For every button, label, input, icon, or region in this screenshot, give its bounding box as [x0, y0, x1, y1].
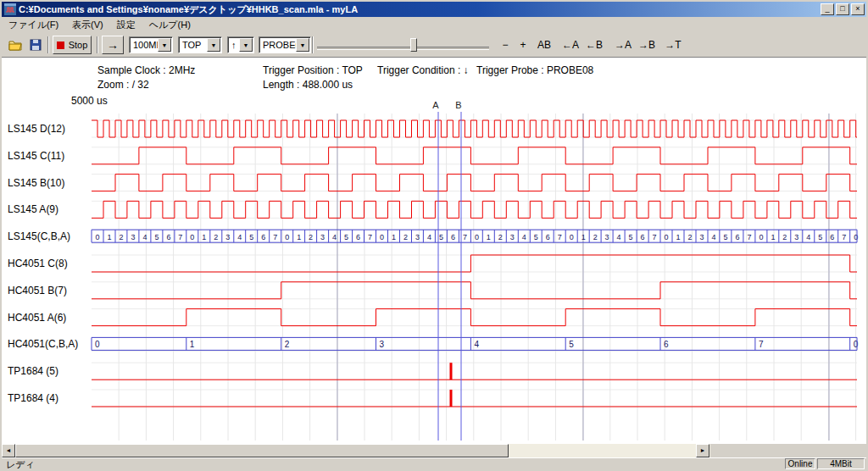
stop-button[interactable]: Stop [53, 36, 92, 54]
status-memory: 4MBit [817, 458, 865, 469]
trigger-position-info: Trigger Position : TOP [263, 64, 363, 76]
svg-text:3: 3 [131, 233, 135, 241]
svg-text:5: 5 [154, 233, 159, 241]
goto-b-right-button[interactable]: →B [636, 37, 658, 53]
goto-a-right-button[interactable]: →A [612, 37, 634, 53]
horizontal-scrollbar[interactable]: ◄ ► [2, 444, 710, 457]
status-ready-text: レディ [6, 458, 35, 471]
trigger-edge-select[interactable]: ↑ ▼ [227, 36, 254, 53]
zoom-in-button[interactable]: + [515, 37, 531, 53]
svg-text:0: 0 [285, 233, 289, 241]
app-icon [4, 3, 16, 15]
minimize-button[interactable]: _ [821, 3, 834, 15]
svg-text:1: 1 [190, 340, 195, 349]
stop-label: Stop [69, 40, 88, 50]
svg-text:1: 1 [107, 233, 111, 241]
sample-clock-info: Sample Clock : 2MHz [97, 64, 195, 76]
dropdown-arrow-icon[interactable]: ▼ [296, 38, 309, 52]
svg-text:7: 7 [368, 233, 372, 241]
svg-text:5: 5 [439, 233, 443, 241]
svg-text:2: 2 [782, 233, 787, 241]
svg-text:5: 5 [629, 233, 633, 241]
svg-text:4: 4 [711, 233, 715, 241]
channel-label: HC4051 C(8) [8, 257, 68, 270]
scroll-left-icon[interactable]: ◄ [2, 444, 15, 457]
channel-label: LS145(C,B,A) [8, 230, 70, 243]
channel-label: HC4051(C,B,A) [8, 337, 78, 351]
svg-text:6: 6 [735, 233, 739, 241]
sample-clock-select[interactable]: 100MHz ▼ [129, 36, 173, 53]
svg-text:3: 3 [320, 233, 325, 241]
scroll-thumb[interactable] [15, 444, 509, 457]
channel-label: HC4051 A(6) [8, 311, 66, 324]
toolbar: Stop → 100MHz ▼ TOP ▼ ↑ ▼ PROBE00 ▼ − + … [2, 32, 866, 58]
waveform-canvas[interactable]: 0123456701234567012345670123456701234567… [2, 58, 866, 444]
svg-text:2: 2 [498, 233, 503, 241]
svg-text:2: 2 [403, 233, 408, 241]
zoom-info: Zoom : / 32 [97, 79, 149, 91]
svg-text:5: 5 [569, 340, 574, 349]
svg-text:1: 1 [771, 233, 775, 241]
run-button[interactable]: → [102, 36, 124, 54]
svg-text:2: 2 [593, 233, 598, 241]
svg-text:4: 4 [142, 233, 147, 241]
toolbar-separator [97, 36, 98, 53]
svg-text:2: 2 [119, 233, 123, 241]
svg-text:4: 4 [474, 340, 479, 349]
dropdown-arrow-icon[interactable]: ▼ [239, 38, 253, 52]
status-bar: レディ Online 4MBit [2, 457, 866, 469]
svg-text:3: 3 [605, 233, 609, 241]
dropdown-arrow-icon[interactable]: ▼ [207, 38, 220, 52]
svg-text:2: 2 [285, 340, 290, 349]
svg-text:6: 6 [830, 233, 834, 241]
svg-text:3: 3 [225, 233, 230, 241]
save-button[interactable] [26, 36, 45, 54]
svg-text:A: A [432, 100, 439, 110]
menu-help[interactable]: ヘルプ(H) [142, 17, 198, 33]
svg-text:3: 3 [510, 233, 515, 241]
svg-text:6: 6 [664, 340, 669, 349]
open-folder-icon [8, 40, 22, 51]
trigger-position-select[interactable]: TOP ▼ [178, 36, 222, 53]
svg-text:5: 5 [344, 233, 348, 241]
length-info: Length : 488.000 us [263, 79, 353, 91]
svg-text:2: 2 [309, 233, 313, 241]
goto-b-left-button[interactable]: ←B [583, 37, 605, 53]
menu-settings[interactable]: 設定 [110, 17, 142, 33]
ab-button[interactable]: AB [534, 37, 554, 53]
scroll-right-icon[interactable]: ► [696, 444, 709, 457]
svg-text:6: 6 [546, 233, 550, 241]
probe-select[interactable]: PROBE00 ▼ [259, 36, 311, 53]
channel-label: LS145 D(12) [8, 122, 65, 136]
svg-text:4: 4 [617, 233, 621, 241]
svg-text:6: 6 [451, 233, 455, 241]
zoom-slider-thumb[interactable] [410, 38, 417, 52]
svg-text:4: 4 [522, 233, 526, 241]
svg-text:0: 0 [95, 233, 99, 241]
close-button[interactable]: × [851, 3, 865, 15]
maximize-button[interactable]: □ [836, 3, 849, 15]
goto-a-left-button[interactable]: ←A [559, 37, 581, 53]
svg-text:1: 1 [676, 233, 680, 241]
scrollbar-filler [710, 444, 866, 457]
channel-label: TP1684 (5) [8, 364, 58, 378]
status-online: Online [785, 458, 815, 469]
window-title: C:¥Documents and Settings¥noname¥デスクトップ¥… [19, 3, 819, 16]
zoom-slider[interactable] [317, 47, 489, 50]
svg-text:7: 7 [273, 233, 277, 241]
trigger-probe-info: Trigger Probe : PROBE08 [476, 64, 593, 76]
svg-text:1: 1 [392, 233, 396, 241]
svg-text:4: 4 [806, 233, 810, 241]
channel-label: LS145 C(11) [8, 149, 64, 163]
menu-view[interactable]: 表示(V) [65, 17, 110, 33]
svg-text:1: 1 [297, 233, 301, 241]
trigger-position-value: TOP [182, 40, 201, 50]
svg-text:0: 0 [475, 233, 479, 241]
svg-text:1: 1 [202, 233, 206, 241]
menu-file[interactable]: ファイル(F) [2, 17, 65, 33]
save-floppy-icon [30, 39, 42, 51]
dropdown-arrow-icon[interactable]: ▼ [158, 38, 171, 52]
open-button[interactable] [6, 36, 25, 54]
goto-trigger-button[interactable]: →T [663, 37, 683, 53]
zoom-out-button[interactable]: − [498, 37, 513, 53]
